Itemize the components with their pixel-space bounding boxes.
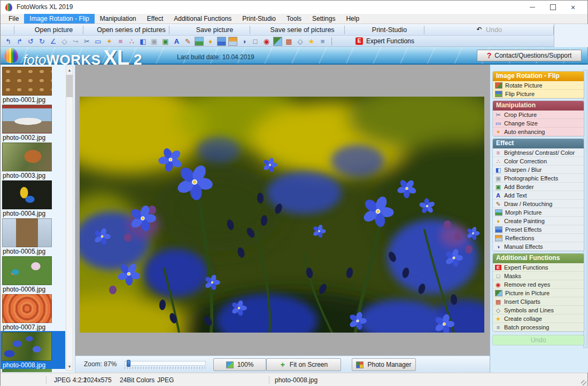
thumbnail-partial[interactable]	[2, 369, 52, 372]
panel-item-label: Symbols and Lines	[504, 307, 554, 313]
panel-item[interactable]: ★ Create collage	[493, 314, 584, 323]
zoom-action-button[interactable]: + Fit on Screen	[266, 358, 341, 371]
toolbar-button[interactable]: Save picture	[186, 26, 233, 34]
thumbnail-row[interactable]: photo-0005.jpg	[1, 217, 65, 255]
menu-item[interactable]: File	[3, 14, 24, 23]
menu-item[interactable]: Effect	[142, 14, 168, 23]
menu-item[interactable]: Additional Functions	[168, 14, 237, 23]
thumbnail-filename: photo-0001.jpg	[2, 96, 65, 104]
thumbnail-image[interactable]	[2, 332, 52, 361]
toolbar-group: Save picture	[169, 26, 250, 34]
thumbnail-image[interactable]	[2, 218, 52, 247]
zoom-action-button[interactable]: Photo Manager	[352, 358, 416, 371]
scroll-down-icon[interactable]: ▼	[66, 363, 73, 371]
panel-item-label: Expert Functions	[504, 264, 548, 271]
panel-item[interactable]: ∴ Color Correction	[493, 157, 584, 166]
panel-item[interactable]: ◇ Symbols and Lines	[493, 306, 584, 314]
panel-item[interactable]: □ Masks	[493, 272, 584, 280]
scrollbar-thumb[interactable]	[66, 75, 73, 97]
panel-item[interactable]: Reflections	[493, 234, 584, 242]
panel-item[interactable]: ◉ Remove red eyes	[493, 280, 584, 289]
panel-item-label: Brightness/ Contrast/ Color	[504, 149, 575, 156]
status-bar: JPEG 4:2:2 1024x575 24Bit Colors JPEG ph…	[1, 373, 587, 386]
sidebar-scrollbar[interactable]	[583, 70, 587, 348]
thumbnail-row[interactable]: photo-0004.jpg	[1, 179, 65, 217]
panel-item-label: Preset Effects	[505, 226, 541, 233]
panel-item-label: Manual Effects	[504, 243, 543, 250]
panel-item[interactable]: A Add Text	[493, 191, 584, 200]
thumbnail-row[interactable]: photo-0008.jpg	[1, 331, 65, 369]
panel-item[interactable]: ≡ Batch processing	[493, 323, 584, 332]
thumbnail-scrollbar[interactable]: ▲ ▼	[66, 66, 73, 371]
panel-item[interactable]: ◧ Sharpen / Blur	[493, 166, 584, 174]
thumbnail-row[interactable]: photo-0007.jpg	[1, 293, 65, 331]
thumbnail-list: photo-0001.jpg photo-0002.jpg photo-0003…	[1, 66, 65, 369]
menu-item[interactable]: Help	[341, 14, 365, 23]
expert-functions-button[interactable]: E Expert Functions	[355, 37, 414, 45]
toolbar-button[interactable]: Open series of pictures	[87, 26, 166, 34]
panel-item[interactable]: Picture in Picture	[493, 289, 584, 297]
undo-button[interactable]: Undo	[493, 335, 584, 345]
zoom-action-button[interactable]: 100%	[213, 358, 266, 371]
thumbnail-image[interactable]	[2, 294, 52, 323]
undo-icon: ↶	[476, 27, 483, 33]
maximize-icon	[550, 4, 556, 10]
menu-item[interactable]: Image Rotation - Flip	[24, 14, 94, 23]
panel-item[interactable]: ♦ Create Painting	[493, 217, 584, 225]
panel-item[interactable]: ✦ Auto enhancing	[493, 128, 584, 136]
panel-item-label: Add Text	[504, 192, 527, 199]
functions-sidebar: Image Rotation - Flip Rotate Picture Fli…	[490, 65, 588, 373]
menu-item[interactable]: Settings	[307, 14, 341, 23]
panel-item-label: Sharpen / Blur	[504, 167, 541, 173]
thumbnail-image[interactable]	[2, 143, 52, 171]
thumbnail-row[interactable]: photo-0003.jpg	[1, 141, 65, 179]
toolbar-button-label: Save picture	[196, 26, 233, 34]
close-button[interactable]: ×	[563, 1, 583, 13]
toolbar-button-label: Save serie of pictures	[270, 26, 334, 34]
scroll-up-icon[interactable]: ▲	[66, 66, 73, 74]
resize-grip[interactable]	[581, 380, 586, 385]
statusbar-divider	[46, 376, 47, 384]
zoom-slider[interactable]	[125, 361, 206, 366]
expert-functions-icon: E	[355, 37, 363, 45]
panel-item[interactable]: ◑ Manual Effects	[493, 242, 584, 251]
panel-item[interactable]: ▣ Photographic Effects	[493, 174, 584, 183]
thumbnail-row[interactable]: photo-0002.jpg	[1, 104, 65, 141]
thumbnail-image[interactable]	[2, 256, 52, 285]
menu-item[interactable]: Manipulation	[95, 14, 142, 23]
maximize-button[interactable]	[543, 1, 563, 13]
thumbnail-image[interactable]	[2, 67, 52, 96]
panel-item-label: Color Correction	[504, 158, 547, 164]
toolbar-button[interactable]: ↶ Undo	[476, 26, 502, 34]
zoom-slider-ticks	[125, 367, 206, 369]
panel-item[interactable]: ▩ Insert Cliparts	[493, 297, 584, 306]
panel-item[interactable]: ✂ Crop Picture	[493, 111, 584, 119]
menu-item[interactable]: Tools	[281, 14, 307, 23]
zoom-slider-thumb[interactable]	[127, 360, 130, 367]
thumbnail-image[interactable]	[2, 180, 52, 209]
photo-canvas-image[interactable]	[80, 97, 484, 333]
minimize-icon	[530, 7, 535, 7]
open-folder-icon	[87, 27, 94, 33]
contact-support-button[interactable]: ? Contact/Questions/Support	[477, 50, 582, 61]
toolbar-button[interactable]: Save serie of pictures	[260, 26, 334, 34]
panel-item[interactable]: ✎ Draw / Retouching	[493, 200, 584, 208]
panel-item[interactable]: Morph Picture	[493, 208, 584, 217]
thumbnail-filename: photo-0006.jpg	[2, 285, 65, 293]
toolbar-button[interactable]: Open picture	[25, 26, 73, 34]
menu-item[interactable]: Print-Studio	[237, 14, 281, 23]
minimize-button[interactable]	[522, 1, 543, 13]
panel-item[interactable]: ▭ Change Size	[493, 119, 584, 128]
thumbnail-row[interactable]: photo-0001.jpg	[1, 66, 65, 104]
panel-item[interactable]: E Expert Functions	[493, 263, 584, 272]
panel-header: Image Rotation - Flip	[493, 72, 584, 81]
panel-item[interactable]: Preset Effects	[493, 225, 584, 234]
panel-item[interactable]: Rotate Picture	[493, 81, 584, 90]
panel-item[interactable]: ≡ Brightness/ Contrast/ Color	[493, 148, 584, 157]
panel-item-label: Picture in Picture	[505, 290, 550, 296]
thumbnail-row[interactable]: photo-0006.jpg	[1, 255, 65, 293]
panel-item[interactable]: ▣ Add Border	[493, 183, 584, 191]
toolbar-button[interactable]: Print-Studio	[362, 26, 407, 34]
panel-item[interactable]: Flip Picture	[493, 90, 584, 98]
thumbnail-image[interactable]	[2, 105, 52, 133]
